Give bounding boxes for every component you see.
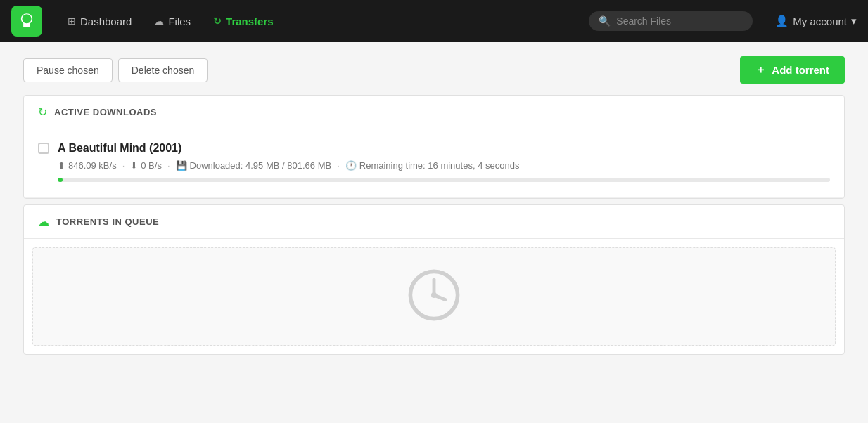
download-speed-stat: ⬇ 0 B/s — [130, 160, 162, 171]
pause-chosen-button[interactable]: Pause chosen — [23, 58, 113, 82]
upload-icon: ⬆ — [58, 160, 65, 171]
progress-bar-container — [58, 178, 830, 182]
hdd-icon: 💾 — [176, 160, 187, 171]
active-downloads-title: ACTIVE DOWNLOADS — [54, 107, 157, 117]
progress-bar-fill — [58, 178, 63, 182]
cloud-icon: ☁ — [38, 215, 49, 228]
queue-clock-icon — [406, 267, 462, 326]
upload-speed-stat: ⬆ 846.09 kB/s — [58, 160, 117, 171]
delete-chosen-button[interactable]: Delete chosen — [118, 58, 208, 82]
refresh-icon: ↻ — [213, 15, 222, 27]
download-stats: ⬆ 846.09 kB/s · ⬇ 0 B/s · 💾 Downloaded: … — [58, 160, 830, 171]
search-bar[interactable]: 🔍 — [589, 11, 753, 31]
account-icon: 👤 — [775, 15, 789, 27]
separator-2: · — [167, 160, 170, 171]
separator-3: · — [337, 160, 340, 171]
clock-icon: 🕐 — [345, 160, 357, 171]
remaining-time-stat: 🕐 Remaining time: 16 minutes, 4 seconds — [345, 160, 520, 171]
account-menu[interactable]: 👤 My account ▾ — [775, 15, 857, 27]
download-icon: ⬇ — [130, 160, 138, 171]
search-input[interactable] — [616, 15, 743, 27]
download-item: A Beautiful Mind (2001) ⬆ 846.09 kB/s · … — [24, 129, 844, 198]
download-name: A Beautiful Mind (2001) — [58, 142, 181, 155]
cloud-icon: ☁ — [154, 15, 164, 27]
nav-files[interactable]: ☁ Files — [146, 11, 199, 32]
queue-title: TORRENTS IN QUEUE — [56, 216, 159, 227]
queue-section: ☁ TORRENTS IN QUEUE — [23, 204, 845, 355]
svg-point-3 — [431, 292, 437, 298]
chevron-down-icon: ▾ — [851, 15, 857, 27]
download-item-header: A Beautiful Mind (2001) — [38, 142, 830, 155]
main-content: Pause chosen Delete chosen ＋ Add torrent… — [12, 42, 856, 375]
active-downloads-header: ↻ ACTIVE DOWNLOADS — [24, 96, 844, 129]
separator-1: · — [122, 160, 125, 171]
downloaded-stat: 💾 Downloaded: 4.95 MB / 801.66 MB — [176, 160, 332, 171]
download-checkbox[interactable] — [38, 143, 49, 154]
plus-icon: ＋ — [755, 63, 766, 77]
navbar: ⊞ Dashboard ☁ Files ↻ Transfers 🔍 👤 My a… — [0, 0, 868, 42]
search-icon: 🔍 — [599, 15, 611, 27]
queue-empty-state — [32, 247, 836, 346]
app-logo[interactable] — [11, 6, 42, 37]
nav-dashboard[interactable]: ⊞ Dashboard — [59, 11, 140, 32]
queue-header: ☁ TORRENTS IN QUEUE — [24, 205, 844, 239]
active-downloads-section: ↻ ACTIVE DOWNLOADS A Beautiful Mind (200… — [23, 95, 845, 199]
add-torrent-button[interactable]: ＋ Add torrent — [740, 56, 845, 84]
grid-icon: ⊞ — [68, 15, 76, 27]
refresh-icon: ↻ — [38, 105, 47, 119]
nav-transfers[interactable]: ↻ Transfers — [205, 11, 282, 32]
toolbar: Pause chosen Delete chosen ＋ Add torrent — [23, 56, 845, 84]
